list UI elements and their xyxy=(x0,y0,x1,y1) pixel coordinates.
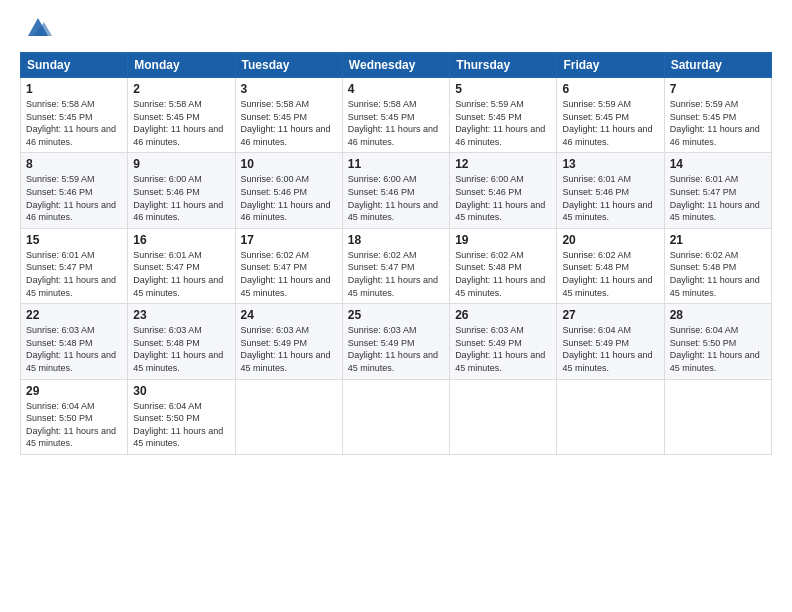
col-header-monday: Monday xyxy=(128,53,235,78)
week-row-1: 1 Sunrise: 5:58 AMSunset: 5:45 PMDayligh… xyxy=(21,78,772,153)
week-row-4: 22 Sunrise: 6:03 AMSunset: 5:48 PMDaylig… xyxy=(21,304,772,379)
day-info: Sunrise: 6:04 AMSunset: 5:49 PMDaylight:… xyxy=(562,325,652,373)
day-cell: 23 Sunrise: 6:03 AMSunset: 5:48 PMDaylig… xyxy=(128,304,235,379)
day-number: 27 xyxy=(562,308,658,322)
day-info: Sunrise: 5:59 AMSunset: 5:45 PMDaylight:… xyxy=(670,99,760,147)
logo-icon xyxy=(24,14,52,42)
day-info: Sunrise: 6:01 AMSunset: 5:46 PMDaylight:… xyxy=(562,174,652,222)
day-number: 17 xyxy=(241,233,337,247)
day-number: 13 xyxy=(562,157,658,171)
day-info: Sunrise: 5:58 AMSunset: 5:45 PMDaylight:… xyxy=(348,99,438,147)
day-info: Sunrise: 6:01 AMSunset: 5:47 PMDaylight:… xyxy=(133,250,223,298)
day-number: 7 xyxy=(670,82,766,96)
day-info: Sunrise: 5:58 AMSunset: 5:45 PMDaylight:… xyxy=(133,99,223,147)
day-number: 23 xyxy=(133,308,229,322)
day-info: Sunrise: 5:59 AMSunset: 5:46 PMDaylight:… xyxy=(26,174,116,222)
day-number: 3 xyxy=(241,82,337,96)
day-number: 18 xyxy=(348,233,444,247)
day-info: Sunrise: 5:59 AMSunset: 5:45 PMDaylight:… xyxy=(455,99,545,147)
day-cell: 15 Sunrise: 6:01 AMSunset: 5:47 PMDaylig… xyxy=(21,228,128,303)
day-info: Sunrise: 6:04 AMSunset: 5:50 PMDaylight:… xyxy=(26,401,116,449)
day-number: 20 xyxy=(562,233,658,247)
day-info: Sunrise: 6:00 AMSunset: 5:46 PMDaylight:… xyxy=(133,174,223,222)
day-number: 19 xyxy=(455,233,551,247)
day-cell xyxy=(450,379,557,454)
day-number: 14 xyxy=(670,157,766,171)
day-cell: 3 Sunrise: 5:58 AMSunset: 5:45 PMDayligh… xyxy=(235,78,342,153)
day-cell: 5 Sunrise: 5:59 AMSunset: 5:45 PMDayligh… xyxy=(450,78,557,153)
day-info: Sunrise: 5:59 AMSunset: 5:45 PMDaylight:… xyxy=(562,99,652,147)
day-info: Sunrise: 6:04 AMSunset: 5:50 PMDaylight:… xyxy=(670,325,760,373)
day-cell: 8 Sunrise: 5:59 AMSunset: 5:46 PMDayligh… xyxy=(21,153,128,228)
day-number: 16 xyxy=(133,233,229,247)
day-number: 12 xyxy=(455,157,551,171)
day-info: Sunrise: 6:02 AMSunset: 5:48 PMDaylight:… xyxy=(455,250,545,298)
day-number: 15 xyxy=(26,233,122,247)
col-header-saturday: Saturday xyxy=(664,53,771,78)
day-info: Sunrise: 6:00 AMSunset: 5:46 PMDaylight:… xyxy=(241,174,331,222)
day-number: 28 xyxy=(670,308,766,322)
day-cell: 26 Sunrise: 6:03 AMSunset: 5:49 PMDaylig… xyxy=(450,304,557,379)
day-number: 9 xyxy=(133,157,229,171)
col-header-sunday: Sunday xyxy=(21,53,128,78)
day-cell: 24 Sunrise: 6:03 AMSunset: 5:49 PMDaylig… xyxy=(235,304,342,379)
day-cell xyxy=(235,379,342,454)
day-number: 4 xyxy=(348,82,444,96)
day-cell: 20 Sunrise: 6:02 AMSunset: 5:48 PMDaylig… xyxy=(557,228,664,303)
col-header-wednesday: Wednesday xyxy=(342,53,449,78)
day-cell: 22 Sunrise: 6:03 AMSunset: 5:48 PMDaylig… xyxy=(21,304,128,379)
day-info: Sunrise: 6:01 AMSunset: 5:47 PMDaylight:… xyxy=(670,174,760,222)
day-number: 6 xyxy=(562,82,658,96)
col-header-friday: Friday xyxy=(557,53,664,78)
day-cell: 17 Sunrise: 6:02 AMSunset: 5:47 PMDaylig… xyxy=(235,228,342,303)
day-number: 8 xyxy=(26,157,122,171)
day-info: Sunrise: 6:03 AMSunset: 5:48 PMDaylight:… xyxy=(133,325,223,373)
day-number: 1 xyxy=(26,82,122,96)
day-number: 10 xyxy=(241,157,337,171)
day-cell xyxy=(342,379,449,454)
day-info: Sunrise: 6:03 AMSunset: 5:48 PMDaylight:… xyxy=(26,325,116,373)
day-cell: 14 Sunrise: 6:01 AMSunset: 5:47 PMDaylig… xyxy=(664,153,771,228)
day-cell: 10 Sunrise: 6:00 AMSunset: 5:46 PMDaylig… xyxy=(235,153,342,228)
day-info: Sunrise: 5:58 AMSunset: 5:45 PMDaylight:… xyxy=(241,99,331,147)
day-cell: 25 Sunrise: 6:03 AMSunset: 5:49 PMDaylig… xyxy=(342,304,449,379)
day-cell: 13 Sunrise: 6:01 AMSunset: 5:46 PMDaylig… xyxy=(557,153,664,228)
logo xyxy=(20,18,52,42)
day-cell: 1 Sunrise: 5:58 AMSunset: 5:45 PMDayligh… xyxy=(21,78,128,153)
day-cell xyxy=(664,379,771,454)
header xyxy=(20,18,772,42)
day-cell: 9 Sunrise: 6:00 AMSunset: 5:46 PMDayligh… xyxy=(128,153,235,228)
day-info: Sunrise: 6:00 AMSunset: 5:46 PMDaylight:… xyxy=(455,174,545,222)
day-number: 11 xyxy=(348,157,444,171)
day-info: Sunrise: 5:58 AMSunset: 5:45 PMDaylight:… xyxy=(26,99,116,147)
day-cell: 30 Sunrise: 6:04 AMSunset: 5:50 PMDaylig… xyxy=(128,379,235,454)
calendar-table: SundayMondayTuesdayWednesdayThursdayFrid… xyxy=(20,52,772,455)
day-number: 25 xyxy=(348,308,444,322)
day-cell: 29 Sunrise: 6:04 AMSunset: 5:50 PMDaylig… xyxy=(21,379,128,454)
day-cell: 7 Sunrise: 5:59 AMSunset: 5:45 PMDayligh… xyxy=(664,78,771,153)
col-header-tuesday: Tuesday xyxy=(235,53,342,78)
day-info: Sunrise: 6:01 AMSunset: 5:47 PMDaylight:… xyxy=(26,250,116,298)
page: SundayMondayTuesdayWednesdayThursdayFrid… xyxy=(0,0,792,612)
day-cell: 6 Sunrise: 5:59 AMSunset: 5:45 PMDayligh… xyxy=(557,78,664,153)
day-number: 21 xyxy=(670,233,766,247)
day-cell: 11 Sunrise: 6:00 AMSunset: 5:46 PMDaylig… xyxy=(342,153,449,228)
day-cell: 28 Sunrise: 6:04 AMSunset: 5:50 PMDaylig… xyxy=(664,304,771,379)
day-number: 22 xyxy=(26,308,122,322)
day-cell: 27 Sunrise: 6:04 AMSunset: 5:49 PMDaylig… xyxy=(557,304,664,379)
day-info: Sunrise: 6:00 AMSunset: 5:46 PMDaylight:… xyxy=(348,174,438,222)
day-info: Sunrise: 6:03 AMSunset: 5:49 PMDaylight:… xyxy=(455,325,545,373)
day-info: Sunrise: 6:04 AMSunset: 5:50 PMDaylight:… xyxy=(133,401,223,449)
day-number: 30 xyxy=(133,384,229,398)
week-row-5: 29 Sunrise: 6:04 AMSunset: 5:50 PMDaylig… xyxy=(21,379,772,454)
col-header-thursday: Thursday xyxy=(450,53,557,78)
day-cell: 4 Sunrise: 5:58 AMSunset: 5:45 PMDayligh… xyxy=(342,78,449,153)
day-info: Sunrise: 6:03 AMSunset: 5:49 PMDaylight:… xyxy=(241,325,331,373)
day-info: Sunrise: 6:02 AMSunset: 5:47 PMDaylight:… xyxy=(348,250,438,298)
day-cell: 16 Sunrise: 6:01 AMSunset: 5:47 PMDaylig… xyxy=(128,228,235,303)
day-number: 26 xyxy=(455,308,551,322)
day-info: Sunrise: 6:02 AMSunset: 5:47 PMDaylight:… xyxy=(241,250,331,298)
day-cell: 21 Sunrise: 6:02 AMSunset: 5:48 PMDaylig… xyxy=(664,228,771,303)
day-number: 29 xyxy=(26,384,122,398)
day-cell: 18 Sunrise: 6:02 AMSunset: 5:47 PMDaylig… xyxy=(342,228,449,303)
